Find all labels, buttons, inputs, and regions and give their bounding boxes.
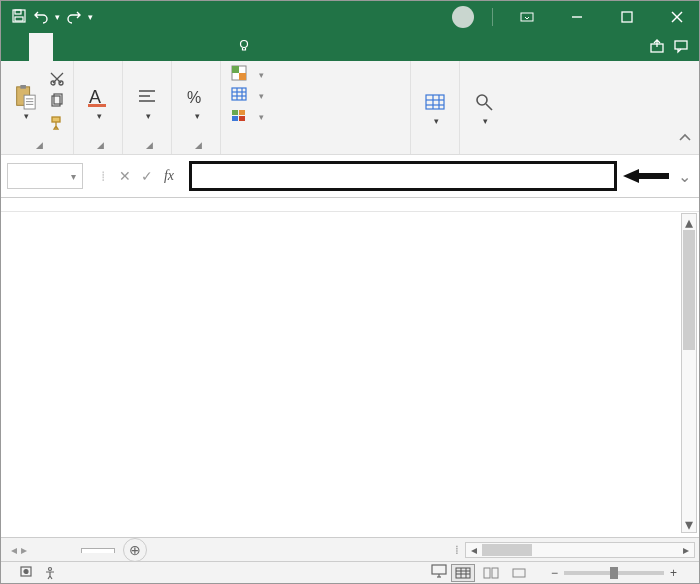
scroll-right-icon[interactable]: ▸ (678, 543, 694, 557)
tab-formulas[interactable] (101, 33, 125, 61)
cells-button[interactable]: ▾ (419, 88, 451, 128)
number-button[interactable]: % ▾ (180, 83, 212, 123)
cancel-icon[interactable]: ✕ (115, 168, 135, 184)
alignment-button[interactable]: ▾ (131, 83, 163, 123)
svg-point-50 (49, 567, 52, 570)
dialog-launcher-icon[interactable]: ◢ (97, 140, 104, 150)
format-as-table-button[interactable]: ▾ (231, 86, 401, 105)
qat-customize-icon[interactable]: ▾ (88, 12, 93, 22)
format-painter-icon[interactable] (49, 115, 65, 135)
ribbon-options-icon[interactable] (505, 1, 549, 33)
scroll-up-icon[interactable]: ▴ (682, 214, 696, 230)
enter-icon[interactable]: ✓ (137, 168, 157, 184)
svg-rect-37 (239, 110, 245, 115)
tell-me[interactable] (227, 33, 267, 61)
minimize-icon[interactable] (555, 1, 599, 33)
expand-formula-bar-icon[interactable]: ⌄ (675, 167, 693, 186)
table-icon (231, 86, 247, 105)
display-settings-icon[interactable] (431, 564, 447, 581)
group-alignment: ▾ ◢ (123, 61, 172, 154)
conditional-formatting-icon (231, 65, 247, 84)
svg-line-46 (486, 104, 492, 110)
ribbon: ▾ ◢ A ▾ ◢ ▾ ◢ (1, 61, 699, 155)
tab-page-layout[interactable] (77, 33, 101, 61)
redo-icon[interactable] (66, 8, 82, 27)
group-number: % ▾ ◢ (172, 61, 221, 154)
maximize-icon[interactable] (605, 1, 649, 33)
find-icon (472, 90, 496, 114)
scrollbar-thumb[interactable] (482, 544, 532, 556)
macro-record-icon[interactable] (19, 564, 33, 581)
chevron-down-icon[interactable]: ▾ (71, 171, 76, 182)
tab-review[interactable] (149, 33, 173, 61)
group-editing: ▾ (460, 61, 508, 154)
split-handle-icon[interactable]: ⁞ (455, 543, 459, 557)
group-styles: ▾ ▾ ▾ (221, 61, 411, 154)
svg-rect-38 (232, 116, 238, 121)
lightbulb-icon (237, 39, 251, 56)
zoom-control: − + (551, 566, 691, 580)
accessibility-status[interactable] (43, 566, 61, 580)
copy-icon[interactable] (49, 93, 65, 113)
new-sheet-icon[interactable]: ⊕ (123, 538, 147, 562)
clipboard-mini (49, 71, 65, 135)
comments-icon[interactable] (673, 38, 689, 57)
cell-styles-button[interactable]: ▾ (231, 107, 401, 126)
name-box[interactable]: ▾ (7, 163, 83, 189)
dialog-launcher-icon[interactable]: ◢ (195, 140, 202, 150)
scroll-left-icon[interactable]: ◂ (466, 543, 482, 557)
save-icon[interactable] (11, 8, 27, 27)
tab-help[interactable] (197, 33, 221, 61)
paste-icon (13, 85, 37, 109)
svg-rect-2 (15, 17, 23, 21)
page-break-view-icon[interactable] (507, 564, 531, 582)
annotation-arrow-icon (623, 167, 669, 185)
chevron-down-icon[interactable]: ▾ (55, 12, 60, 22)
svg-rect-36 (232, 110, 238, 115)
svg-rect-54 (456, 568, 470, 578)
zoom-slider[interactable] (564, 571, 664, 575)
paste-button[interactable]: ▾ (9, 83, 41, 123)
svg-point-49 (24, 570, 28, 574)
editing-button[interactable]: ▾ (468, 88, 500, 128)
fx-icon[interactable]: fx (159, 168, 179, 184)
ribbon-tabs (1, 33, 699, 61)
cut-icon[interactable] (49, 71, 65, 91)
svg-rect-23 (88, 104, 106, 107)
avatar[interactable] (452, 6, 474, 28)
sheet-nav[interactable]: ◂▸ (1, 543, 81, 557)
font-icon: A (86, 85, 110, 109)
horizontal-scrollbar[interactable]: ◂ ▸ (465, 542, 695, 558)
zoom-out-icon[interactable]: − (551, 566, 558, 580)
svg-rect-39 (239, 116, 245, 121)
tab-home[interactable] (29, 33, 53, 61)
chevron-down-icon: ▾ (24, 111, 29, 121)
alignment-icon (135, 85, 159, 109)
tab-insert[interactable] (53, 33, 77, 61)
dialog-launcher-icon[interactable]: ◢ (146, 140, 153, 150)
dialog-launcher-icon[interactable]: ◢ (36, 140, 43, 150)
tab-data[interactable] (125, 33, 149, 61)
collapse-ribbon-icon[interactable] (677, 130, 693, 150)
zoom-in-icon[interactable]: + (670, 566, 677, 580)
sheet-tab[interactable] (81, 548, 115, 553)
page-layout-view-icon[interactable] (479, 564, 503, 582)
tab-file[interactable] (1, 33, 29, 61)
formula-input[interactable] (189, 161, 617, 191)
undo-icon[interactable] (33, 8, 49, 27)
share-icon[interactable] (649, 38, 665, 57)
scrollbar-thumb[interactable] (683, 230, 695, 350)
font-button[interactable]: A ▾ (82, 83, 114, 123)
svg-rect-1 (15, 10, 21, 14)
svg-rect-60 (492, 568, 498, 578)
group-cells: ▾ (411, 61, 460, 154)
vertical-scrollbar[interactable]: ▴ ▾ (681, 213, 697, 533)
spacer (1, 198, 699, 212)
conditional-formatting-button[interactable]: ▾ (231, 65, 401, 84)
scroll-down-icon[interactable]: ▾ (682, 516, 696, 532)
svg-rect-30 (239, 73, 246, 80)
svg-rect-40 (426, 95, 444, 109)
tab-view[interactable] (173, 33, 197, 61)
normal-view-icon[interactable] (451, 564, 475, 582)
close-icon[interactable] (655, 1, 699, 33)
